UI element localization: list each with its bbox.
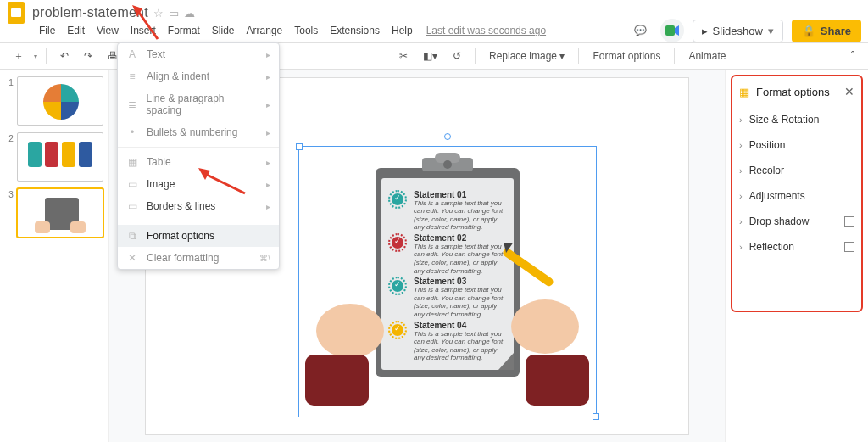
- chevron-right-icon: ›: [739, 191, 743, 201]
- clipboard-image[interactable]: Statement 01This is a sample text that y…: [303, 153, 592, 416]
- format-icon: ▦: [739, 86, 749, 98]
- mask-button[interactable]: ◧▾: [418, 48, 442, 64]
- menu-slide[interactable]: Slide: [207, 23, 240, 38]
- panel-size-rotation[interactable]: ›Size & Rotation: [734, 107, 860, 132]
- svg-line-16: [137, 10, 158, 39]
- slideshow-button[interactable]: ▸Slideshow▾: [693, 20, 783, 42]
- slides-logo: [7, 1, 25, 25]
- svg-point-12: [511, 299, 579, 354]
- last-edit-link[interactable]: Last edit was seconds ago: [426, 25, 546, 36]
- menu-extensions[interactable]: Extensions: [325, 23, 385, 38]
- filmstrip: 1 2 3: [0, 70, 108, 442]
- svg-rect-13: [526, 355, 589, 406]
- panel-title: Format options: [756, 86, 830, 98]
- chevron-right-icon: ›: [739, 216, 743, 227]
- annotation-arrow: [132, 5, 166, 42]
- share-label: Share: [821, 25, 851, 37]
- format-panel: ▦ Format options ✕ ›Size & Rotation ›Pos…: [726, 70, 868, 442]
- crop-button[interactable]: ✂: [394, 48, 413, 64]
- svg-point-8: [443, 160, 452, 169]
- svg-marker-19: [198, 168, 210, 180]
- checkbox[interactable]: [844, 242, 854, 252]
- svg-rect-11: [305, 355, 369, 406]
- statement-title: Statement 04: [414, 321, 507, 330]
- caret-icon: ▾: [768, 25, 774, 37]
- menu-format-options[interactable]: ⧉Format options: [118, 225, 279, 247]
- move-icon[interactable]: ▭: [169, 7, 179, 20]
- cloud-icon[interactable]: ☁: [184, 7, 195, 20]
- reset-image-button[interactable]: ↺: [448, 48, 466, 64]
- menu-help[interactable]: Help: [387, 23, 418, 38]
- redo-button[interactable]: ↷: [79, 48, 97, 64]
- statement-title: Statement 03: [414, 277, 507, 286]
- menu-arrange[interactable]: Arrange: [242, 23, 288, 38]
- format-options-button[interactable]: Format options: [587, 48, 665, 64]
- chevron-right-icon: ›: [739, 165, 743, 176]
- panel-recolor[interactable]: ›Recolor: [734, 158, 860, 183]
- menu-line-spacing[interactable]: ≣Line & paragraph spacing▸: [118, 87, 279, 121]
- svg-rect-1: [11, 8, 21, 17]
- statement-title: Statement 02: [414, 233, 507, 243]
- thumb-number: 3: [5, 188, 14, 238]
- statement-body: This is a sample text that you can edit.…: [414, 330, 507, 362]
- slide-thumb-1[interactable]: [17, 76, 103, 126]
- hide-menus-button[interactable]: ˆ: [846, 48, 860, 64]
- thumb-number: 2: [5, 132, 14, 182]
- panel-drop-shadow[interactable]: ›Drop shadow: [734, 209, 860, 234]
- rotate-handle[interactable]: [444, 133, 451, 140]
- menu-clear-formatting[interactable]: ✕Clear formatting⌘\: [118, 247, 279, 269]
- thumb-number: 1: [5, 76, 14, 126]
- menu-align[interactable]: ≡Align & indent▸: [118, 65, 279, 87]
- chevron-right-icon: ›: [739, 242, 743, 252]
- statement-body: This is a sample text that you can edit.…: [414, 199, 507, 232]
- svg-point-10: [316, 304, 384, 358]
- chevron-right-icon: ›: [739, 115, 743, 125]
- close-icon[interactable]: ✕: [844, 85, 854, 98]
- new-slide-button[interactable]: ＋: [8, 47, 29, 66]
- statement-body: This is a sample text that you can edit.…: [414, 243, 507, 275]
- menu-text[interactable]: AText▸: [118, 43, 279, 65]
- checkbox[interactable]: [844, 216, 854, 227]
- doc-title[interactable]: problem-statement: [32, 5, 148, 20]
- menu-edit[interactable]: Edit: [62, 23, 90, 38]
- animate-button[interactable]: Animate: [683, 48, 731, 64]
- svg-marker-3: [675, 25, 679, 36]
- chevron-right-icon: ›: [739, 140, 743, 150]
- lock-icon: 🔒: [802, 25, 815, 37]
- panel-adjustments[interactable]: ›Adjustments: [734, 183, 860, 209]
- meet-icon[interactable]: [660, 19, 684, 42]
- statement-title: Statement 01: [414, 190, 507, 199]
- panel-reflection[interactable]: ›Reflection: [734, 234, 860, 260]
- menu-bullets[interactable]: •Bullets & numbering▸: [118, 121, 279, 143]
- svg-line-18: [203, 173, 245, 193]
- menu-file[interactable]: File: [34, 23, 60, 38]
- format-menu: AText▸ ≡Align & indent▸ ≣Line & paragrap…: [117, 42, 280, 270]
- share-button[interactable]: 🔒Share: [792, 20, 861, 42]
- statement-body: This is a sample text that you can edit.…: [414, 286, 507, 318]
- menu-format[interactable]: Format: [163, 23, 205, 38]
- slideshow-label: Slideshow: [713, 25, 763, 37]
- replace-image-button[interactable]: Replace image ▾: [484, 48, 570, 64]
- menu-tools[interactable]: Tools: [289, 23, 323, 38]
- comments-icon[interactable]: 💬: [630, 20, 652, 42]
- annotation-arrow: [198, 168, 249, 199]
- menu-view[interactable]: View: [92, 23, 124, 38]
- undo-button[interactable]: ↶: [55, 48, 74, 64]
- svg-rect-2: [665, 25, 675, 36]
- slide-thumb-2[interactable]: [17, 132, 103, 182]
- panel-position[interactable]: ›Position: [734, 132, 860, 158]
- slide-thumb-3[interactable]: [17, 188, 103, 238]
- play-icon: ▸: [702, 25, 708, 37]
